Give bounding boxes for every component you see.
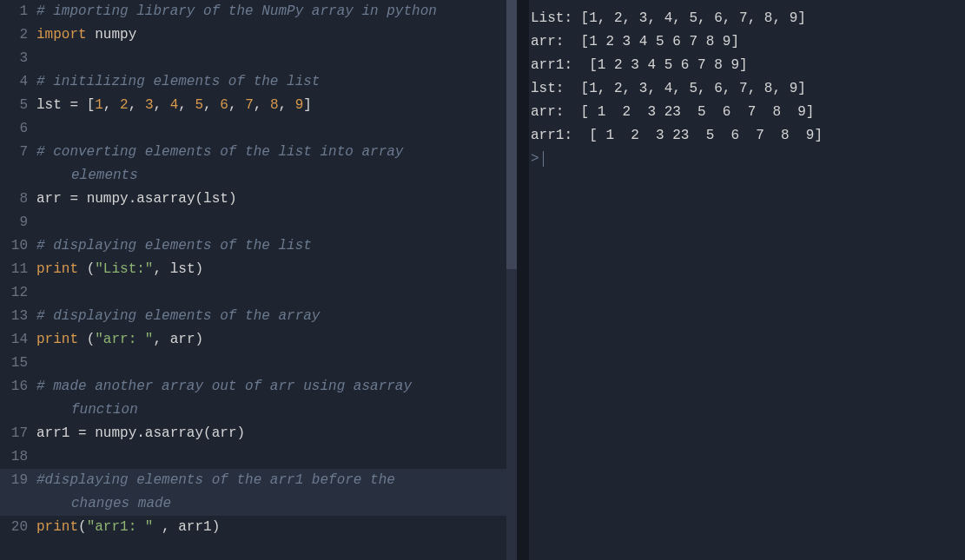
line-number: 15 [0,352,36,375]
code-line-17[interactable]: 17arr1 = numpy.asarray(arr) [0,422,517,445]
code-line-12[interactable]: 12 [0,281,517,305]
code-content[interactable]: # initilizing elements of the list [36,70,517,94]
code-line-9[interactable]: 9 [0,211,517,234]
line-number: 16 [0,375,36,399]
code-line-13[interactable]: 13# displaying elements of the array [0,305,517,328]
line-number: 17 [0,422,36,445]
line-number: 9 [0,211,36,234]
line-number: 10 [0,234,36,258]
output-line-3: arr1: [1 2 3 4 5 6 7 8 9] [529,54,965,77]
code-content[interactable]: #displaying elements of the arr1 before … [36,469,517,516]
line-number: 19 [0,469,36,492]
code-line-11[interactable]: 11print ("List:", lst) [0,258,517,281]
repl-prompt[interactable]: > [529,148,965,171]
code-content[interactable]: # displaying elements of the array [36,305,517,328]
line-number: 14 [0,328,36,352]
code-content[interactable]: arr = numpy.asarray(lst) [36,188,517,211]
line-number: 13 [0,305,36,328]
line-number: 4 [0,70,36,94]
line-number: 7 [0,141,36,164]
code-content[interactable]: # made another array out of arr using as… [36,375,517,422]
pane-divider[interactable] [517,0,529,560]
code-line-14[interactable]: 14print ("arr: ", arr) [0,328,517,352]
output-line-2: arr: [1 2 3 4 5 6 7 8 9] [529,30,965,54]
line-number: 6 [0,117,36,141]
code-line-1[interactable]: 1# importing library of the NumPy array … [0,0,517,23]
editor-scrollbar[interactable] [506,0,517,560]
code-content[interactable]: # importing library of the NumPy array i… [36,0,517,23]
line-number: 8 [0,188,36,211]
code-line-7[interactable]: 7# converting elements of the list into … [0,141,517,188]
line-number: 12 [0,281,36,305]
line-number: 11 [0,258,36,281]
code-content[interactable]: # displaying elements of the list [36,234,517,258]
code-line-15[interactable]: 15 [0,352,517,375]
code-content[interactable]: lst = [1, 2, 3, 4, 5, 6, 7, 8, 9] [36,94,517,117]
code-line-18[interactable]: 18 [0,445,517,469]
code-line-20[interactable]: 20print("arr1: " , arr1) [0,516,517,539]
code-editor-pane[interactable]: 1# importing library of the NumPy array … [0,0,517,560]
line-number: 2 [0,23,36,47]
output-pane[interactable]: List: [1, 2, 3, 4, 5, 6, 7, 8, 9]arr: [1… [529,0,965,560]
code-line-3[interactable]: 3 [0,47,517,70]
output-line-6: arr1: [ 1 2 3 23 5 6 7 8 9] [529,124,965,148]
line-number: 1 [0,0,36,23]
line-number: 18 [0,445,36,469]
code-line-4[interactable]: 4# initilizing elements of the list [0,70,517,94]
cursor-icon [543,151,544,167]
code-line-5[interactable]: 5lst = [1, 2, 3, 4, 5, 6, 7, 8, 9] [0,94,517,117]
code-line-6[interactable]: 6 [0,117,517,141]
code-line-19[interactable]: 19#displaying elements of the arr1 befor… [0,469,517,516]
code-line-16[interactable]: 16# made another array out of arr using … [0,375,517,422]
code-content[interactable]: print ("List:", lst) [36,258,517,281]
line-number: 3 [0,47,36,70]
line-number: 20 [0,516,36,539]
code-content[interactable]: print ("arr: ", arr) [36,328,517,352]
code-content[interactable]: print("arr1: " , arr1) [36,516,517,539]
code-content[interactable]: # converting elements of the list into a… [36,141,517,188]
output-line-1: List: [1, 2, 3, 4, 5, 6, 7, 8, 9] [529,7,965,30]
code-line-8[interactable]: 8arr = numpy.asarray(lst) [0,188,517,211]
line-number: 5 [0,94,36,117]
code-content[interactable]: import numpy [36,23,517,47]
code-line-10[interactable]: 10# displaying elements of the list [0,234,517,258]
code-content[interactable]: arr1 = numpy.asarray(arr) [36,422,517,445]
output-line-5: arr: [ 1 2 3 23 5 6 7 8 9] [529,101,965,124]
code-line-2[interactable]: 2import numpy [0,23,517,47]
output-line-4: lst: [1, 2, 3, 4, 5, 6, 7, 8, 9] [529,77,965,101]
scrollbar-thumb[interactable] [506,0,517,269]
